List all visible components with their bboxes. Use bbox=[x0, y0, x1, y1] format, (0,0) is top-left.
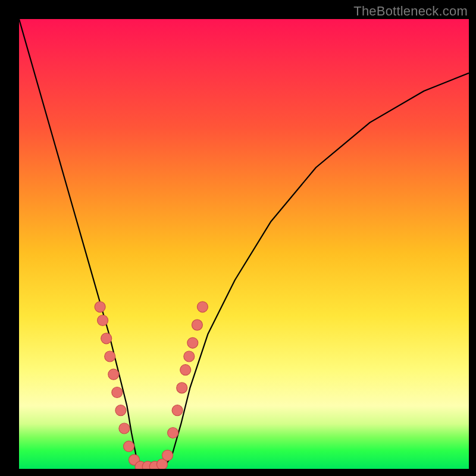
watermark-text: TheBottleneck.com bbox=[353, 4, 468, 19]
plot-area bbox=[19, 19, 469, 469]
sample-dot bbox=[184, 351, 195, 362]
sample-dot bbox=[108, 369, 119, 380]
bottleneck-curve bbox=[19, 19, 469, 469]
sample-dot bbox=[98, 315, 108, 326]
sample-dot bbox=[192, 320, 202, 330]
sample-dot bbox=[124, 441, 134, 452]
sample-dot bbox=[112, 387, 123, 398]
sample-dot bbox=[168, 428, 178, 439]
curve-svg bbox=[19, 19, 469, 469]
sample-dot bbox=[172, 405, 183, 416]
sample-dot bbox=[101, 333, 112, 344]
sample-dot bbox=[177, 383, 187, 393]
sample-dot bbox=[180, 365, 191, 375]
sample-dot bbox=[95, 302, 105, 312]
sample-dot bbox=[119, 423, 130, 434]
chart-frame: TheBottleneck.com bbox=[0, 0, 476, 476]
sample-dot bbox=[187, 337, 198, 348]
sample-dot bbox=[197, 302, 208, 312]
sample-dot bbox=[162, 450, 173, 461]
sample-dot bbox=[115, 405, 126, 416]
sample-dot bbox=[105, 351, 115, 362]
